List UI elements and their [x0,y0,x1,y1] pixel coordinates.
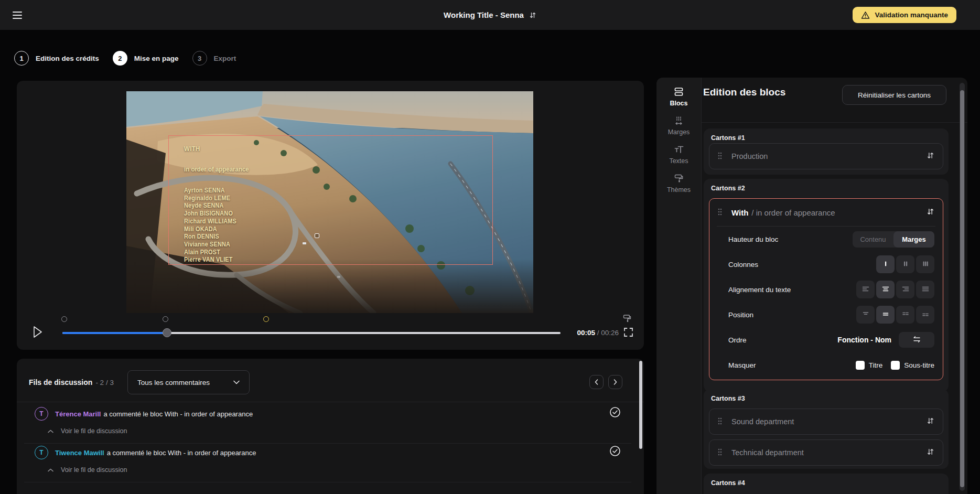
swap-order-button[interactable] [899,332,934,348]
align-center-button[interactable] [876,281,895,298]
height-option-marges[interactable]: Marges [893,231,934,248]
credit-name: Ayrton SENNA [184,187,249,195]
align-left-button[interactable] [856,281,875,298]
reorder-icon[interactable] [927,417,934,426]
timeline-comment-marker-active[interactable] [263,316,269,322]
view-thread-button[interactable]: Voir le fil de discussion [48,427,127,435]
position-split-top-button[interactable] [896,306,914,324]
alignment-button-group [856,281,934,298]
align-right-button[interactable] [896,281,914,298]
step-mise-en-page[interactable]: 2 Mise en page [113,51,179,66]
avatar: T [35,407,48,421]
timeline-comment-marker[interactable] [61,316,67,322]
timeline-comment-marker[interactable] [163,316,168,322]
view-thread-button[interactable]: Voir le fil de discussion [48,466,127,474]
swap-horizontal-icon [912,336,921,345]
height-segmented-control: Contenu Marges [853,231,934,248]
columns-3-button[interactable] [916,255,934,273]
thread-text: a commenté le bloc With - in order of ap… [103,410,253,418]
video-preview[interactable]: WITH in order of appearance Ayrton SENNA… [126,91,533,313]
seek-bar[interactable] [62,332,561,334]
resolve-thread-button[interactable] [609,406,621,418]
tab-themes[interactable]: Thèmes [659,173,699,194]
panel-scrollbar-thumb[interactable] [960,90,964,487]
thread-row: T Tiwence Mawilla commenté le bloc With … [24,444,631,482]
tab-textes[interactable]: Textes [659,144,699,165]
credits-overlay: WITH in order of appearance Ayrton SENNA… [184,145,249,264]
reorder-icon[interactable] [927,208,934,217]
step-edition-des-credits[interactable]: 1 Edition des crédits [14,51,99,66]
project-title-group: Working Title - Senna [0,0,980,30]
credit-name: Mili OKADA [184,225,249,233]
step-label: Edition des crédits [36,55,99,62]
align-center-icon [882,286,889,294]
block-item-sound-department[interactable]: Sound department [709,409,943,435]
block-item-technical-department[interactable]: Technical department [709,439,943,466]
align-justify-button[interactable] [916,281,934,298]
chevron-up-icon [48,429,53,433]
columns-1-button[interactable] [876,255,895,273]
swap-arrows-icon[interactable] [529,12,536,19]
next-thread-button[interactable] [608,375,622,389]
position-middle-icon [882,311,889,319]
section-cartons-3: Cartons #3 Sound department Technical de… [704,389,949,469]
timeline-theme-marker[interactable] [622,314,632,323]
comments-filter-value: Tous les commentaires [137,379,210,386]
step-number: 1 [14,51,29,66]
control-label: Masquer [728,361,756,369]
drag-handle-icon[interactable] [718,448,722,457]
validation-missing-button[interactable]: Validation manquante [853,7,956,23]
thread-author: Térence Marill [55,410,101,418]
text-size-icon [673,144,684,155]
fullscreen-button[interactable] [622,327,634,339]
divider [17,402,644,402]
tab-marges[interactable]: Marges [659,115,699,136]
reorder-icon[interactable] [927,152,934,161]
height-option-contenu[interactable]: Contenu [853,231,893,248]
step-export[interactable]: 3 Export [192,51,236,66]
order-value: Fonction - Nom [837,336,891,344]
section-cartons-2: Cartons #2 With/ in order of appearance … [704,179,949,392]
drag-handle-icon[interactable] [718,152,722,161]
columns-2-button[interactable] [896,255,914,273]
reorder-icon[interactable] [927,448,934,457]
position-split-bottom-button[interactable] [916,306,934,324]
margins-icon [673,115,684,126]
credit-name: Vivianne SENNA [184,241,249,249]
section-title: Cartons #2 [711,185,745,192]
hide-title-checkbox[interactable]: Titre [856,361,883,370]
drag-handle-icon[interactable] [718,417,722,426]
position-middle-button[interactable] [876,306,895,324]
check-circle-icon [609,412,621,420]
drag-handle-icon[interactable] [718,208,722,217]
hide-options: Titre Sous-titre [856,361,934,370]
seek-handle[interactable] [163,328,171,337]
credits-title: WITH [184,145,249,153]
chevron-down-icon [233,380,240,384]
section-title: Cartons #3 [711,395,745,402]
comments-filter-dropdown[interactable]: Tous les commentaires [127,370,250,394]
block-item-production[interactable]: Production [709,143,943,169]
section-title: Cartons #1 [711,134,745,142]
resolve-thread-button[interactable] [609,445,621,457]
reset-cards-button[interactable]: Réinitialiser les cartons [842,85,946,105]
total-time: 00:26 [601,329,619,337]
tab-blocs[interactable]: Blocs [659,87,699,107]
position-top-button[interactable] [856,306,875,324]
play-button[interactable] [29,323,46,342]
thread-summary: Térence Marilla commenté le bloc With - … [55,410,253,418]
block-height-row: Hauteur du bloc Contenu Marges [709,227,943,252]
panel-title: Edition des blocs [703,87,785,98]
control-label: Ordre [728,336,747,344]
selection-resize-handle[interactable] [315,233,319,238]
time-display: 00:05 / 00:26 [577,329,619,337]
block-item-label: Sound department [731,417,794,426]
comments-scrollbar[interactable] [639,361,642,449]
hide-subtitle-checkbox[interactable]: Sous-titre [891,361,934,370]
selected-block-header[interactable]: With/ in order of appearance [709,199,943,226]
threads-header: Fils de discussion- 2 / 3 Tous les comme… [29,370,250,394]
columns-button-group [876,255,934,273]
block-item-label: Technical department [731,448,804,457]
step-number: 3 [192,51,207,66]
previous-thread-button[interactable] [589,375,604,389]
